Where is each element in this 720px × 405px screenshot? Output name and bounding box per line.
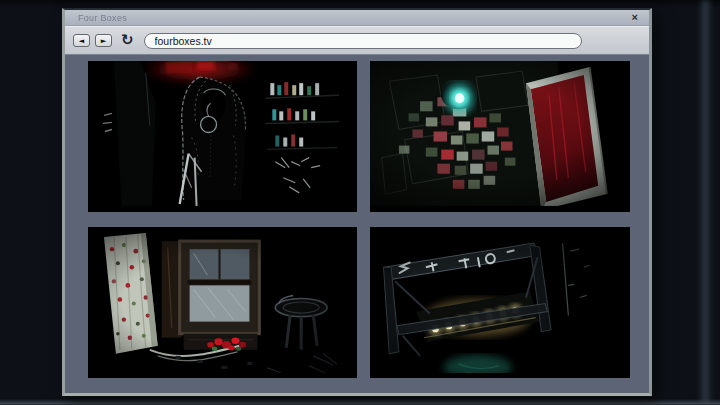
laptop-screen: { "window": { "title": "Four Boxes", "cl… <box>0 0 720 405</box>
window-title: Four Boxes <box>65 13 127 23</box>
video-panel-top-right[interactable] <box>370 61 630 212</box>
address-bar-input[interactable] <box>144 33 582 49</box>
feed-artwork-photo-wall <box>370 61 630 212</box>
bezel-bottom-edge <box>0 399 720 405</box>
video-panel-top-left[interactable] <box>88 61 357 212</box>
bezel-top-edge <box>0 0 720 8</box>
feed-artwork-bed-frame <box>370 227 630 378</box>
back-icon: ◄ <box>79 36 84 46</box>
window-titlebar[interactable]: Four Boxes × <box>65 10 649 26</box>
feed-artwork-curtain-window <box>88 227 357 378</box>
fourboxes-page <box>65 55 649 393</box>
feed-artwork-hooded-figure <box>88 61 357 212</box>
bezel-right-highlight <box>698 0 712 405</box>
browser-window: Four Boxes × ◄ ► ↻ <box>62 8 652 396</box>
video-panel-bottom-right[interactable] <box>370 227 630 378</box>
refresh-icon[interactable]: ↻ <box>121 33 134 48</box>
video-panel-bottom-left[interactable] <box>88 227 357 378</box>
forward-button[interactable]: ► <box>95 34 112 47</box>
browser-toolbar: ◄ ► ↻ <box>65 26 649 55</box>
close-icon[interactable]: × <box>632 12 638 23</box>
back-button[interactable]: ◄ <box>73 34 90 47</box>
forward-icon: ► <box>101 36 106 46</box>
